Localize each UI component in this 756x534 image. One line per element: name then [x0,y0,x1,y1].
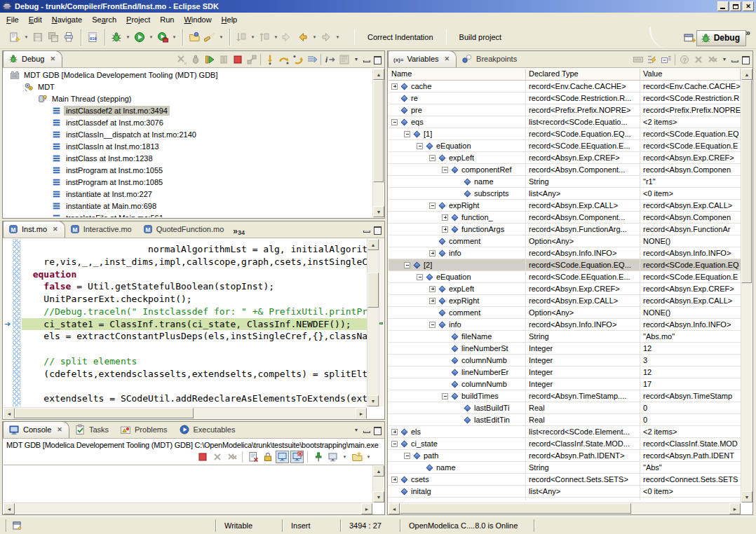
debug-tree-item[interactable]: instClass at Inst.mo:1238 [4,152,372,164]
tab-inst-mo[interactable]: MInst.mo✕ [3,221,65,238]
variables-hscrollbar[interactable]: ◄ ► [389,502,741,514]
maximize-view-icon[interactable] [372,55,382,64]
debug-tree-item[interactable]: instClassIn__dispatch at Inst.mo:2140 [4,128,372,140]
open-console-button[interactable] [350,451,363,463]
minimize-view-icon[interactable] [362,426,372,434]
disconnect-button[interactable] [245,53,258,66]
menu-project[interactable]: Project [121,14,155,25]
debug-config-010-button[interactable]: 010 [85,29,100,45]
variable-row[interactable]: cacherecord<Env.Cache.CACHE>record<Env.C… [389,81,741,93]
tab-tasks[interactable]: Tasks [69,421,115,438]
variable-row[interactable]: function_record<Absyn.Component...record… [389,212,741,224]
tab-problems[interactable]: Problems [115,421,173,438]
variable-row[interactable]: expRightrecord<Absyn.Exp.CALL>record<Abs… [389,295,741,307]
variable-row[interactable]: columnNumbInteger17 [389,378,741,390]
open-task-button[interactable] [187,29,202,45]
next-annotation-dropdown[interactable]: ▼ [249,29,257,45]
show-stderr-button[interactable] [290,451,304,463]
display-console-button[interactable] [326,451,339,463]
debug-button[interactable] [109,29,124,45]
variable-row[interactable]: prerecord<Prefix.Prefix.NOPRE>record<Pre… [389,104,741,116]
variable-row[interactable]: nameString"Abs" [389,462,741,474]
menu-file[interactable]: File [1,14,24,25]
save-all-button[interactable] [46,29,61,45]
expand-icon[interactable] [391,83,398,90]
step-return-button[interactable] [291,53,304,66]
maximize-view-icon[interactable] [741,55,750,64]
debug-tree-item[interactable]: MDT [4,81,372,93]
collapse-icon[interactable] [429,155,436,161]
view-menu-icon[interactable]: ▼ [351,427,361,432]
expand-icon[interactable] [391,429,398,435]
variable-row[interactable]: Booleanfalse [389,498,741,500]
collapse-icon[interactable] [391,441,398,447]
tab-breakpoints[interactable]: Breakpoints [457,50,523,67]
variable-row[interactable]: elslist<record<SCode.Element...<2 items> [389,426,741,438]
tab-close-icon[interactable]: ✕ [53,226,58,233]
variable-row[interactable]: eEquationrecord<SCode.EEquation.E...reco… [389,271,741,283]
menu-search[interactable]: Search [87,14,121,25]
variable-row[interactable]: lineNumberErInteger12 [389,367,741,378]
variable-row[interactable]: csetsrecord<Connect.Sets.SETS>record<Con… [389,474,741,486]
close-button[interactable]: ✕ [743,1,754,11]
variable-row[interactable]: expRightrecord<Absyn.Exp.CALL>record<Abs… [389,200,741,212]
variable-row[interactable]: initalglist<Any><0 item> [389,486,741,498]
column-header-declared-type[interactable]: Declared Type [526,69,640,80]
variable-row[interactable]: fileNameString"Abs.mo" [389,331,741,343]
variable-row[interactable]: rerecord<SCode.Restriction.R...record<SC… [389,93,741,104]
last-edit-button[interactable] [280,29,295,45]
debug-tree-item[interactable]: instClassdef at Inst.mo:3076 [4,116,372,128]
debug-tree-item[interactable]: instProgram at Inst.mo:1085 [4,176,372,188]
previous-annotation-dropdown[interactable]: ▼ [272,29,280,45]
view-menu-icon[interactable]: ▼ [720,57,729,62]
debug-tree-item[interactable]: instClassIn at Inst.mo:1813 [4,140,372,152]
toolbar-button-correct-indentation[interactable]: Correct Indentation [356,31,445,43]
clear-console-button[interactable] [246,451,259,463]
variable-row[interactable]: commentOption<Any>NONE() [389,307,741,319]
expand-icon[interactable] [429,298,436,304]
expand-icon[interactable] [391,477,398,483]
debug-dropdown[interactable]: ▼ [124,29,132,45]
step-filters-button[interactable]: i [323,53,337,66]
variable-row[interactable]: inforecord<Absyn.Info.INFO>record<Absyn.… [389,247,741,259]
collapse-icon[interactable] [442,393,448,399]
menu-edit[interactable]: Edit [24,14,47,25]
instruction-step-button[interactable] [305,53,318,66]
variable-row[interactable]: columnNumbInteger3 [389,355,741,367]
new-wizard-dropdown[interactable]: ▼ [22,29,30,45]
variable-row[interactable]: lastBuildTiReal0 [389,402,741,414]
variables-vscrollbar[interactable]: ▲ ▼ [741,69,752,502]
variable-row[interactable]: buildTimesrecord<Absyn.TimeStamp....reco… [389,390,741,402]
menu-run[interactable]: Run [155,14,179,25]
collapse-icon[interactable] [429,203,436,209]
remove-all-vars-button[interactable] [706,53,719,66]
external-tools-button[interactable] [155,29,170,45]
open-perspective-icon[interactable] [683,32,696,44]
variable-row[interactable]: inforecord<Absyn.Info.INFO>record<Absyn.… [389,319,741,331]
maximize-view-icon[interactable] [372,226,382,234]
variable-row[interactable]: expLeftrecord<Absyn.Exp.CREF>record<Absy… [389,283,741,295]
debug-tree-item[interactable]: instClassdef2 at Inst.mo:3494 [4,104,372,116]
menu-navigate[interactable]: Navigate [47,14,87,25]
terminate-button[interactable] [231,53,244,66]
tab-quotedfunction-mo[interactable]: MQuotedFunction.mo [138,221,231,238]
variable-row[interactable]: [1]record<SCode.Equation.EQ...record<SCo… [389,128,741,140]
tab-variables[interactable]: (x)=Variables✕ [388,50,457,67]
console-output[interactable]: ▲ ▼ ◄ ► [4,465,384,514]
tab-close-icon[interactable]: ✕ [50,55,55,62]
minimize-button[interactable] [717,1,729,11]
perspective-overflow-chevron[interactable]: » [745,28,750,38]
console-dropdown[interactable]: ▼ [341,451,349,463]
annotation-ruler[interactable]: ➜ [4,239,13,406]
minimize-view-icon[interactable] [362,55,372,64]
variable-row[interactable]: eEquationrecord<SCode.EEquation.E...reco… [389,140,741,152]
variable-row[interactable]: [2]record<SCode.Equation.EQ...record<SCo… [389,259,741,271]
collapse-icon[interactable] [404,262,410,268]
back-button[interactable] [295,29,311,45]
show-types-button[interactable] [631,53,644,66]
variable-row[interactable]: nameString"r1" [389,176,741,188]
external-tools-dropdown[interactable]: ▼ [170,29,178,45]
restart-button[interactable] [337,53,351,66]
new-watch-button[interactable]: ? [677,53,691,66]
maximize-view-icon[interactable] [372,426,382,434]
